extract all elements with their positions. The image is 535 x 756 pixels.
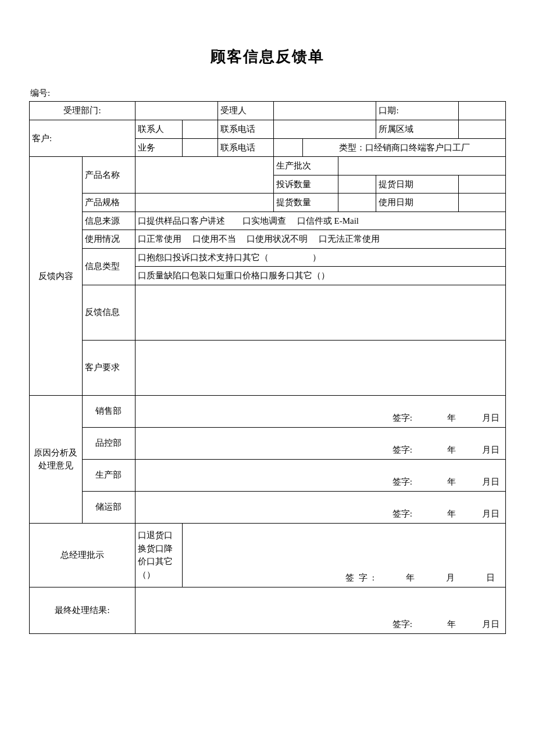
info-source-value: 口提供样品口客户讲述 口实地调查 口信件或 E-Mail <box>135 212 505 230</box>
pickup-date-label: 提货日期 <box>376 175 459 194</box>
dept-value[interactable] <box>135 102 217 120</box>
qc-sign[interactable]: 签字: 年 月日 <box>135 427 505 459</box>
use-date-label: 使用日期 <box>376 194 459 212</box>
feedback-info-value[interactable] <box>135 285 505 340</box>
phone1-value[interactable] <box>273 120 376 139</box>
final-sign[interactable]: 签字: 年 月日 <box>135 587 505 633</box>
use-date-value[interactable] <box>459 194 506 212</box>
logistics-sign[interactable]: 签字: 年 月日 <box>135 491 505 523</box>
dept-label: 受理部门: <box>30 102 135 120</box>
feedback-section-label: 反馈内容 <box>30 157 83 396</box>
pickup-qty-label: 提货数量 <box>273 194 338 212</box>
contact-label: 联系人 <box>135 120 182 139</box>
batch-value[interactable] <box>338 157 505 175</box>
prod-sign[interactable]: 签字: 年 月日 <box>135 459 505 491</box>
pickup-qty-value[interactable] <box>338 194 376 212</box>
phone2-value[interactable] <box>273 138 303 157</box>
person-label: 受理人 <box>217 102 273 120</box>
person-value[interactable] <box>273 102 376 120</box>
product-name-value[interactable] <box>135 157 273 194</box>
region-label: 所属区域 <box>376 120 459 139</box>
qc-label: 品控部 <box>82 427 135 459</box>
product-name-label: 产品名称 <box>82 157 135 194</box>
batch-label: 生产批次 <box>273 157 338 175</box>
contact-value[interactable] <box>182 120 217 139</box>
sales-label: 销售部 <box>82 395 135 427</box>
customer-req-label: 客户要求 <box>82 340 135 395</box>
info-type-label: 信息类型 <box>82 248 135 285</box>
page-title: 顾客信息反馈单 <box>29 46 506 67</box>
pickup-date-value[interactable] <box>459 175 506 194</box>
biz-label: 业务 <box>135 138 182 157</box>
type-label: 类型：口经销商口终端客户口工厂 <box>303 138 506 157</box>
phone1-label: 联系电话 <box>217 120 273 139</box>
gm-options: 口退货口换货口降价口其它（） <box>135 523 182 587</box>
date-label: 口期: <box>376 102 459 120</box>
date-value[interactable] <box>459 102 506 120</box>
info-type-line2: 口质量缺陷口包装口短重口价格口服务口其它（） <box>135 267 505 285</box>
complaint-qty-label: 投诉数量 <box>273 175 338 194</box>
gm-label: 总经理批示 <box>30 523 135 587</box>
info-source-label: 信息来源 <box>82 212 135 230</box>
feedback-info-label: 反馈信息 <box>82 285 135 340</box>
prod-label: 生产部 <box>82 459 135 491</box>
product-spec-value[interactable] <box>135 194 273 212</box>
usage-label: 使用情况 <box>82 230 135 249</box>
sales-sign[interactable]: 签字: 年 月日 <box>135 395 505 427</box>
phone2-label: 联系电话 <box>217 138 273 157</box>
customer-label: 客户: <box>30 120 135 157</box>
logistics-label: 储运部 <box>82 491 135 523</box>
final-label: 最终处理结果: <box>30 587 135 633</box>
usage-value: 口正常使用 口使用不当 口使用状况不明 口无法正常使用 <box>135 230 505 249</box>
biz-value[interactable] <box>182 138 217 157</box>
info-type-line1: 口抱怨口投诉口技术支持口其它（ ） <box>135 248 505 267</box>
serial-label: 编号: <box>29 88 506 99</box>
product-spec-label: 产品规格 <box>82 194 135 212</box>
customer-req-value[interactable] <box>135 340 505 395</box>
feedback-form-table: 受理部门: 受理人 口期: 客户: 联系人 联系电话 所属区域 业务 联系电话 … <box>29 101 506 634</box>
complaint-qty-value[interactable] <box>338 175 376 194</box>
gm-sign[interactable]: 签字: 年 月 日 <box>182 523 505 587</box>
region-value[interactable] <box>459 120 506 139</box>
analysis-section-label: 原因分析及处理意见 <box>30 395 83 523</box>
